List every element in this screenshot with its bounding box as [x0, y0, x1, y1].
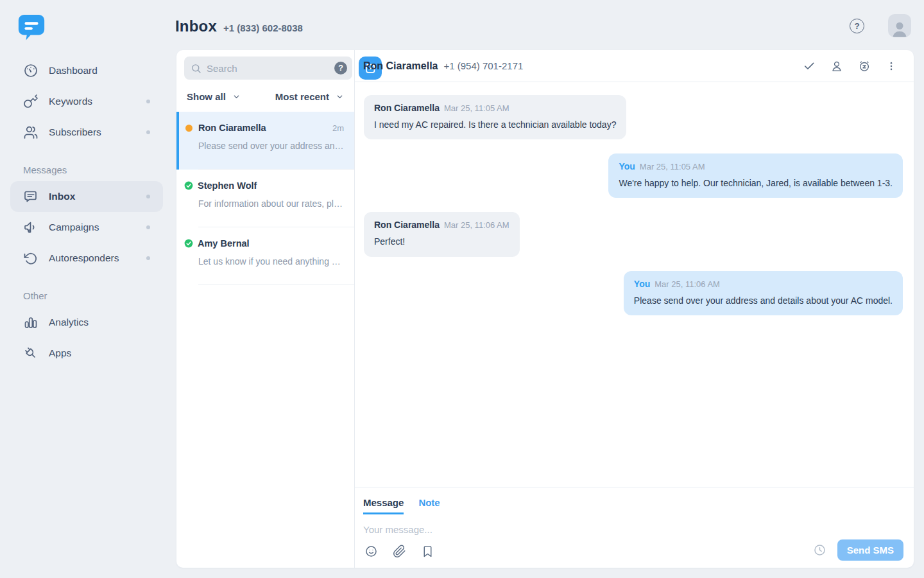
sort-filter-value: Most recent — [275, 91, 329, 102]
help-icon[interactable]: ? — [850, 19, 864, 33]
resolved-check-icon — [184, 181, 193, 190]
notification-dot — [146, 100, 150, 103]
chat-header: Ron Ciaramella +1 (954) 701-2171 — [355, 50, 914, 82]
chevron-down-icon — [336, 92, 344, 101]
users-icon — [23, 125, 38, 140]
attachment-icon[interactable] — [393, 545, 406, 558]
search-box: ? — [184, 57, 352, 80]
status-filter-dropdown[interactable]: Show all — [187, 91, 241, 102]
message-bubble: Ron Ciaramella Mar 25, 11:06 AM Perfect! — [364, 212, 520, 256]
schedule-clock-icon[interactable] — [813, 543, 826, 557]
resolve-check-icon[interactable] — [803, 60, 816, 73]
message-sender: Ron Ciaramella — [374, 220, 440, 230]
sidebar-nav: Dashboard Keywords Subscribers Messages … — [10, 55, 163, 369]
resolved-check-icon — [184, 239, 193, 248]
inbox-title: Inbox — [175, 17, 217, 35]
message-composer: Message Note Send SMS — [355, 487, 914, 568]
emoji-icon[interactable] — [364, 545, 378, 558]
contact-phone: +1 (954) 701-2171 — [443, 60, 523, 71]
sidebar-item-label: Dashboard — [49, 65, 98, 76]
inbox-card: ? Show all Most recent Ron Ciaramella 2 — [176, 50, 914, 568]
tab-message[interactable]: Message — [363, 497, 404, 514]
page-title: Inbox +1 (833) 602-8038 — [175, 17, 303, 35]
search-help-icon[interactable]: ? — [334, 62, 347, 74]
message-sender: You — [619, 161, 635, 171]
sidebar-section-messages: Messages — [10, 162, 163, 177]
message-timestamp: Mar 25, 11:05 AM — [640, 162, 705, 171]
message-timestamp: Mar 25, 11:05 AM — [444, 103, 509, 113]
sidebar-item-label: Analytics — [49, 317, 89, 328]
sidebar-item-dashboard[interactable]: Dashboard — [10, 55, 163, 86]
conversation-preview: For information about our rates, plea... — [185, 198, 344, 209]
tab-note[interactable]: Note — [418, 497, 440, 514]
composer-actions — [364, 545, 434, 558]
conversation-preview: Let us know if you need anything else! — [185, 256, 344, 267]
conversation-item[interactable]: Amy Bernal Let us know if you need anyth… — [176, 227, 354, 285]
conversation-list: Ron Ciaramella 2m Please send over your … — [176, 112, 354, 568]
unread-dot-icon — [185, 125, 193, 132]
message-sender: Ron Ciaramella — [374, 103, 440, 113]
sidebar-item-label: Autoresponders — [49, 252, 119, 264]
conversation-item[interactable]: Ron Ciaramella 2m Please send over your … — [176, 112, 354, 170]
search-input[interactable] — [207, 63, 334, 74]
inbox-phone-number: +1 (833) 602-8038 — [223, 22, 303, 33]
notification-dot — [146, 195, 150, 198]
sidebar-item-label: Apps — [49, 347, 71, 359]
contact-person-icon[interactable] — [830, 60, 843, 73]
conversation-name: Amy Bernal — [198, 238, 250, 249]
loop-arrow-icon — [23, 250, 38, 266]
send-sms-button[interactable]: Send SMS — [837, 539, 903, 561]
snooze-icon[interactable] — [858, 60, 871, 73]
sidebar-item-label: Subscribers — [49, 127, 101, 138]
message-sender: You — [634, 279, 650, 289]
chat-pane: Ron Ciaramella +1 (954) 701-2171 Ron Cia… — [355, 50, 914, 568]
message-row: Ron Ciaramella Mar 25, 11:05 AM I need m… — [364, 95, 903, 139]
conversation-item[interactable]: Stephen Wolf For information about our r… — [176, 170, 354, 227]
bar-chart-icon — [23, 315, 38, 330]
sidebar-item-keywords[interactable]: Keywords — [10, 86, 163, 117]
message-text: Please send over your address and detail… — [634, 295, 893, 306]
sidebar-item-inbox[interactable]: Inbox — [10, 181, 163, 212]
megaphone-icon — [23, 220, 38, 235]
sidebar-item-subscribers[interactable]: Subscribers — [10, 117, 163, 148]
composer-send-area: Send SMS — [813, 539, 903, 561]
bookmark-icon[interactable] — [421, 545, 434, 558]
sidebar-item-label: Campaigns — [49, 222, 99, 233]
key-icon — [23, 94, 38, 109]
sidebar-item-label: Keywords — [49, 96, 92, 107]
message-bubble: Ron Ciaramella Mar 25, 11:05 AM I need m… — [364, 95, 626, 139]
sidebar-item-analytics[interactable]: Analytics — [10, 307, 163, 338]
message-timestamp: Mar 25, 11:06 AM — [654, 279, 720, 289]
sidebar-item-autoresponders[interactable]: Autoresponders — [10, 243, 163, 274]
search-row: ? — [176, 50, 354, 85]
sidebar-item-campaigns[interactable]: Campaigns — [10, 212, 163, 243]
notification-dot — [146, 225, 150, 229]
message-input[interactable] — [363, 524, 769, 535]
sidebar-item-label: Inbox — [49, 191, 75, 202]
conversation-time: 2m — [332, 123, 344, 133]
sidebar-section-other: Other — [10, 288, 163, 303]
notification-dot — [146, 130, 150, 134]
chevron-down-icon — [232, 92, 241, 101]
notification-dot — [146, 256, 150, 260]
sidebar-item-apps[interactable]: Apps — [10, 338, 163, 369]
user-avatar[interactable] — [888, 14, 911, 37]
message-row: You Mar 25, 11:06 AM Please send over yo… — [364, 271, 903, 315]
filter-row: Show all Most recent — [176, 85, 354, 112]
chat-actions — [803, 60, 897, 73]
status-filter-value: Show all — [187, 91, 226, 102]
conversation-name: Ron Ciaramella — [198, 123, 266, 133]
conversation-name: Stephen Wolf — [198, 180, 257, 191]
avatar-person-icon — [890, 19, 909, 37]
sort-filter-dropdown[interactable]: Most recent — [275, 91, 344, 102]
gauge-icon — [23, 63, 38, 78]
sidebar: Dashboard Keywords Subscribers Messages … — [0, 0, 173, 578]
app-logo-icon — [18, 13, 45, 42]
message-row: You Mar 25, 11:05 AM We're happy to help… — [364, 153, 903, 198]
message-text: Perfect! — [374, 236, 509, 247]
message-thread: Ron Ciaramella Mar 25, 11:05 AM I need m… — [355, 82, 914, 487]
more-options-icon[interactable] — [886, 60, 897, 73]
message-text: We're happy to help. Our technician, Jar… — [619, 177, 893, 189]
message-row: Ron Ciaramella Mar 25, 11:06 AM Perfect! — [364, 212, 903, 256]
contact-name: Ron Ciaramella — [363, 60, 438, 72]
